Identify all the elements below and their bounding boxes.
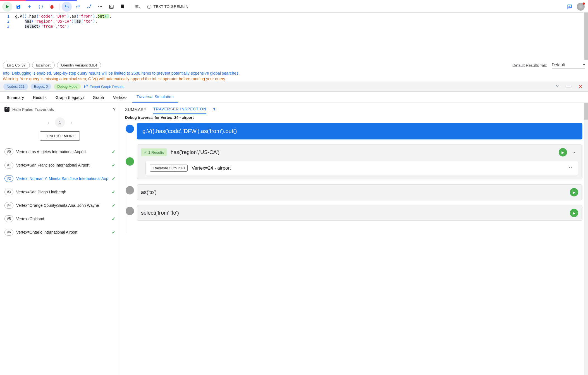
info-message: Info: Debugging is enabled. Step-by-step… [0,70,588,76]
step-code: as('to') [141,189,566,195]
debug-mode-pill: Debug Mode [54,84,81,90]
tab-results[interactable]: Results [28,92,51,103]
line-gutter: 1 2 3 [0,13,13,60]
warning-message: Warning: Your query is missing a termina… [0,76,588,82]
svg-point-1 [98,6,99,7]
rp-tab-inspection[interactable]: TRAVERSER INSPECTION [153,107,206,114]
undo-button[interactable] [62,2,72,12]
left-help-button[interactable]: ? [113,107,115,111]
result-close-button[interactable]: ✕ [576,84,585,90]
timeline-dot [126,157,134,166]
check-icon: ✓ [112,230,115,235]
svg-rect-4 [109,5,113,8]
svg-point-0 [90,4,91,5]
list-item[interactable]: #4Vertex=Orange County/Santa Ana, John W… [0,199,120,212]
code-editor[interactable]: 1 2 3 g.V().has('code','DFW').as('from')… [0,13,588,60]
play-button[interactable]: ▶ [570,209,578,217]
format-button[interactable] [132,2,142,12]
nodes-pill: Nodes: 221 [3,84,28,90]
status-row: Ln 1 Col 37 localhost Gremlin Version: 3… [0,60,588,70]
step-card: as('to') ▶ [137,184,582,200]
rp-tab-summary[interactable]: SUMMARY [125,107,147,114]
ai-assistant-button[interactable] [576,2,586,12]
list-item[interactable]: #3Vertex=San Diego Lindbergh✓ [0,185,120,199]
tab-traversal-simulation[interactable]: Traversal Simulation [132,92,178,103]
check-icon: ✓ [112,203,115,208]
step-button[interactable] [84,2,94,12]
timeline: g.V().has('code','DFW').as('from').out()… [120,123,588,375]
tab-vertices[interactable]: Vertices [109,92,132,103]
debug-button[interactable] [47,2,57,12]
console-button[interactable] [106,2,116,12]
step-code: has('region','US-CA') [171,149,555,155]
list-item[interactable]: #2Vertex=Norman Y. Mineta San Jose Inter… [0,172,120,185]
result-tabs: Summary Results Graph (Legacy) Graph Ver… [0,92,588,103]
pager: ‹ 1 › [0,116,120,129]
host-chip: localhost [32,62,55,69]
expand-icon[interactable]: ﹀ [567,166,574,171]
hide-failed-checkbox[interactable] [4,107,9,112]
feedback-button[interactable] [565,2,575,12]
svg-point-3 [101,6,102,7]
more-button[interactable] [95,2,105,12]
check-icon: ✓ [112,149,115,155]
list-item[interactable]: #5Vertex=Oakland✓ [0,212,120,226]
text-to-gremlin-button[interactable]: TEXT TO GREMLIN [144,4,192,9]
text-to-gremlin-label: TEXT TO GREMLIN [154,4,188,9]
redo-button[interactable] [73,2,83,12]
pager-page: 1 [55,117,65,127]
book-button[interactable] [118,2,128,12]
braces-button[interactable] [36,2,46,12]
pager-prev-button[interactable]: ‹ [48,120,49,125]
output-chip: Traversal Output #0 [150,165,188,172]
list-item[interactable]: #1Vertex=San Francisco International Air… [0,158,120,172]
collapse-icon[interactable]: ︿ [571,150,578,155]
list-item[interactable]: #0Vertex=Los Angeles International Airpo… [0,145,120,158]
timeline-dot [126,125,134,133]
export-button[interactable]: Export Graph Results [83,84,124,89]
step-primary: g.V().has('code','DFW').as('from').out() [137,123,582,139]
traversal-output-row[interactable]: Traversal Output #0 Vertex=24 - airport … [145,161,578,175]
result-bar: Nodes: 221 Edges: 0 Debug Mode Export Gr… [0,82,588,92]
pager-next-button[interactable]: › [71,120,72,125]
add-button[interactable] [25,2,35,12]
traverser-inspection-pane: SUMMARY TRAVERSER INSPECTION ? Debug tra… [120,103,588,375]
timeline-dot [126,186,134,194]
output-text: Vertex=24 - airport [192,165,563,171]
check-icon: ✓ [112,163,115,168]
check-icon: ✓ [112,176,115,181]
tab-summary[interactable]: Summary [2,92,28,103]
traversal-list-pane: Hide Failed Traversals ? ‹ 1 › LOAD 100 … [0,103,120,375]
list-item[interactable]: #6Vertex=Ontario International Airport✓ [0,226,120,239]
vertex-list: #0Vertex=Los Angeles International Airpo… [0,145,120,375]
step-code: select('from','to') [141,210,566,216]
play-button[interactable]: ▶ [559,148,567,156]
check-icon: ✓ [112,189,115,195]
run-button[interactable] [2,2,12,12]
right-scrollbar[interactable] [584,103,588,375]
default-tab-select[interactable]: Default ▾ [552,62,585,68]
save-button[interactable] [13,2,23,12]
tab-graph-legacy[interactable]: Graph (Legacy) [51,92,88,103]
toolbar-separator [59,3,59,10]
step-card: select('from','to') ▶ [137,205,582,221]
result-help-button[interactable]: ? [554,84,561,90]
cursor-chip: Ln 1 Col 37 [3,62,30,69]
tab-graph[interactable]: Graph [88,92,108,103]
editor-scrollbar[interactable] [584,13,588,60]
hide-failed-label: Hide Failed Traversals [12,107,54,112]
play-button[interactable]: ▶ [570,188,578,196]
results-badge: ✓ 1 Results [141,148,167,156]
load-more-button[interactable]: LOAD 100 MORE [40,131,80,141]
toolbar-separator [130,3,130,10]
gremlin-version-chip: Gremlin Version: 3.6.4 [57,62,101,69]
result-minimize-button[interactable]: — [564,84,573,90]
debug-title: Debug traversal for Vertex=24 - airport [120,114,588,123]
svg-point-5 [147,5,151,9]
timeline-dot [126,207,134,215]
step-card: ✓ 1 Results has('region','US-CA') ▶ ︿ Tr… [137,144,582,179]
check-icon: ✓ [112,216,115,222]
rp-help-button[interactable]: ? [213,107,216,114]
edges-pill: Edges: 0 [31,84,51,90]
default-tab-label: Default Results Tab: [512,63,547,68]
